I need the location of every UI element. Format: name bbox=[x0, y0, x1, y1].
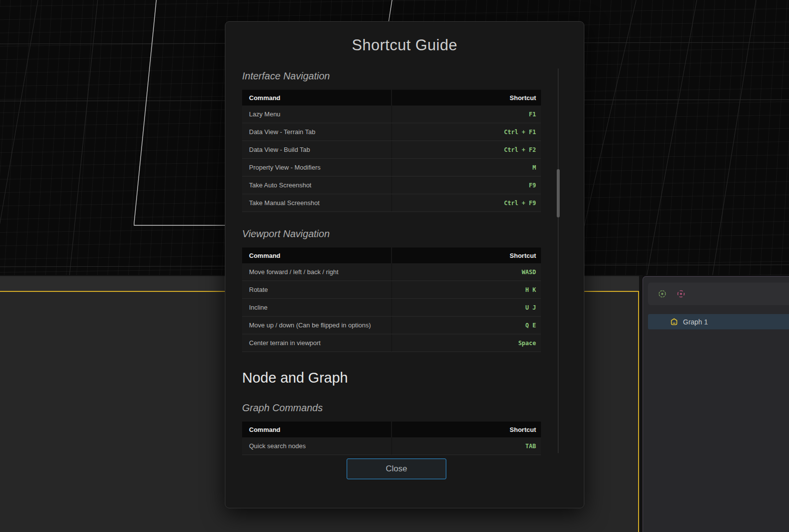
command-cell: Lazy Menu bbox=[242, 106, 391, 123]
command-cell: Take Manual Screenshot bbox=[242, 194, 391, 212]
command-header: Command bbox=[242, 90, 391, 106]
chapter-heading-node-and-graph: Node and Graph bbox=[242, 370, 541, 386]
close-button[interactable]: Close bbox=[347, 459, 446, 479]
command-cell: Data View - Build Tab bbox=[242, 141, 391, 158]
shortcut-row: InclineU J bbox=[242, 299, 541, 317]
shortcut-cell: Ctrl + F9 bbox=[392, 194, 541, 212]
shortcut-cell: F1 bbox=[392, 106, 541, 123]
shortcut-cell: U J bbox=[392, 299, 541, 316]
command-cell: Property View - Modifiers bbox=[242, 159, 391, 176]
command-cell: Center terrain in viewport bbox=[242, 334, 391, 352]
dialog-content: Interface Navigation Command Shortcut La… bbox=[242, 71, 541, 455]
command-cell: Move forward / left / back / right bbox=[242, 263, 391, 281]
shortcut-header: Shortcut bbox=[392, 248, 541, 263]
command-cell: Rotate bbox=[242, 281, 391, 298]
shortcut-row: Move forward / left / back / rightWASD bbox=[242, 263, 541, 281]
shortcut-cell: Space bbox=[392, 334, 541, 352]
shortcut-cell: WASD bbox=[392, 263, 541, 281]
shortcut-cell: Ctrl + F2 bbox=[392, 141, 541, 158]
shortcut-cell: Ctrl + F1 bbox=[392, 123, 541, 141]
shortcut-header: Shortcut bbox=[392, 422, 541, 437]
command-header: Command bbox=[242, 422, 391, 437]
section-heading-viewport-navigation: Viewport Navigation bbox=[242, 228, 541, 240]
app-window: Graph 1 Shortcut Guide Interface Navigat… bbox=[0, 0, 789, 532]
shortcut-cell: M bbox=[392, 159, 541, 176]
focus-node-icon[interactable] bbox=[657, 288, 668, 299]
sidebar-toolbar bbox=[648, 283, 789, 305]
shortcut-row: Take Manual ScreenshotCtrl + F9 bbox=[242, 194, 541, 212]
table-header: Command Shortcut bbox=[242, 90, 541, 106]
graph-icon bbox=[670, 318, 678, 326]
shortcut-row: Data View - Build TabCtrl + F2 bbox=[242, 141, 541, 159]
command-cell: Move up / down (Can be flipped in option… bbox=[242, 317, 391, 334]
dialog-title: Shortcut Guide bbox=[225, 36, 584, 54]
shortcut-row: Move up / down (Can be flipped in option… bbox=[242, 317, 541, 334]
shortcut-header: Shortcut bbox=[392, 90, 541, 106]
command-cell: Data View - Terrain Tab bbox=[242, 123, 391, 141]
table-header: Command Shortcut bbox=[242, 248, 541, 263]
shortcut-row: Lazy MenuF1 bbox=[242, 106, 541, 123]
shortcut-cell: H K bbox=[392, 281, 541, 298]
graph-sidebar: Graph 1 bbox=[643, 276, 789, 532]
section-heading-graph-commands: Graph Commands bbox=[242, 402, 541, 414]
shortcut-cell: F9 bbox=[392, 177, 541, 194]
command-header: Command bbox=[242, 248, 391, 263]
shortcut-row: Take Auto ScreenshotF9 bbox=[242, 177, 541, 194]
shortcut-table-graph: Command Shortcut Quick search nodesTAB bbox=[242, 422, 541, 455]
sidebar-item-graph-1[interactable]: Graph 1 bbox=[648, 314, 789, 329]
sidebar-item-label: Graph 1 bbox=[683, 318, 708, 326]
shortcut-table-viewport: Command Shortcut Move forward / left / b… bbox=[242, 248, 541, 352]
dialog-scrollbar-thumb[interactable] bbox=[557, 169, 560, 217]
dialog-scrollbar-track[interactable] bbox=[558, 69, 559, 453]
command-cell: Quick search nodes bbox=[242, 437, 391, 455]
shortcut-guide-dialog: Shortcut Guide Interface Navigation Comm… bbox=[225, 21, 584, 508]
shortcut-cell: Q E bbox=[392, 317, 541, 334]
shortcut-row: RotateH K bbox=[242, 281, 541, 299]
command-cell: Incline bbox=[242, 299, 391, 316]
shortcut-table-interface: Command Shortcut Lazy MenuF1Data View - … bbox=[242, 90, 541, 212]
shortcut-row: Quick search nodesTAB bbox=[242, 437, 541, 455]
section-heading-interface-navigation: Interface Navigation bbox=[242, 71, 541, 82]
panel-divider bbox=[639, 275, 643, 532]
shortcut-cell: TAB bbox=[392, 437, 541, 455]
shortcut-row: Data View - Terrain TabCtrl + F1 bbox=[242, 123, 541, 141]
command-cell: Take Auto Screenshot bbox=[242, 177, 391, 194]
table-header: Command Shortcut bbox=[242, 422, 541, 437]
shortcut-row: Center terrain in viewportSpace bbox=[242, 334, 541, 352]
frame-node-icon[interactable] bbox=[676, 288, 686, 299]
shortcut-row: Property View - ModifiersM bbox=[242, 159, 541, 177]
